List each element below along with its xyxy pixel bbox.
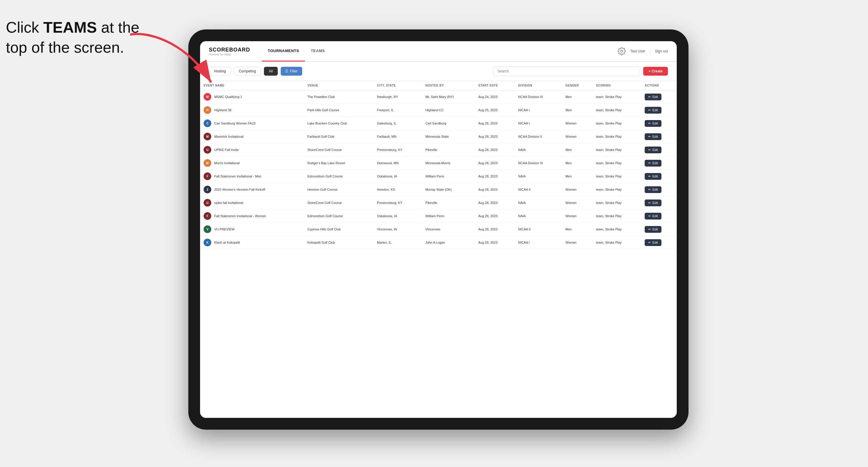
event-name: Morris Invitational — [214, 161, 240, 165]
hosted-cell: Carl Sandburg — [422, 117, 475, 130]
event-name: UPIKE Fall Invite — [214, 148, 239, 152]
actions-cell: ✏ Edit — [641, 170, 677, 183]
division-cell: NICAA I — [515, 117, 562, 130]
team-logo: M — [204, 159, 211, 167]
top-nav: SCOREBOARD Powered by Clippit TOURNAMENT… — [200, 41, 677, 62]
edit-button[interactable]: ✏ Edit — [645, 226, 661, 233]
table-row: U UPIKE Fall Invite StoneCrest Golf Cour… — [200, 143, 677, 157]
edit-button[interactable]: ✏ Edit — [645, 186, 661, 193]
edit-button[interactable]: ✏ Edit — [645, 107, 661, 114]
edit-label: Edit — [652, 95, 658, 99]
city-cell: Galesburg, IL — [373, 117, 422, 130]
date-cell: Aug 24, 2023 — [475, 90, 515, 103]
city-cell: Vincennes, IN — [373, 223, 422, 236]
team-logo: V — [204, 225, 211, 233]
team-logo: F — [204, 212, 211, 220]
edit-icon: ✏ — [648, 241, 651, 245]
event-cell: C Carl Sandburg Women FA23 — [200, 117, 304, 130]
filter-button[interactable]: ☰ Filter — [281, 67, 302, 75]
date-cell: Aug 25, 2023 — [475, 103, 515, 117]
actions-cell: ✏ Edit — [641, 210, 677, 223]
edit-icon: ✏ — [648, 214, 651, 218]
event-name: 2023 Women's Hesston Fall Kickoff — [214, 188, 265, 191]
date-cell: Aug 28, 2023 — [475, 130, 515, 143]
edit-button[interactable]: ✏ Edit — [645, 147, 661, 153]
nav-tab-tournaments[interactable]: TOURNAMENTS — [262, 41, 305, 62]
hosted-cell: William Penn — [422, 210, 475, 223]
city-cell: Deerwood, MN — [373, 157, 422, 170]
edit-button[interactable]: ✏ Edit — [645, 239, 661, 246]
table-row: U upike fall invitational StoneCrest Gol… — [200, 196, 677, 210]
team-logo: K — [204, 239, 211, 246]
division-cell: NCAA Division III — [515, 157, 562, 170]
edit-icon: ✏ — [648, 108, 651, 112]
event-name: Klash at Kokopelli — [214, 241, 240, 244]
edit-icon: ✏ — [648, 122, 651, 125]
actions-cell: ✏ Edit — [641, 130, 677, 143]
edit-label: Edit — [652, 227, 658, 231]
event-name: Fall Statesmen Invitational - Women — [214, 214, 266, 218]
venue-cell: Cypress Hills Golf Club — [304, 223, 373, 236]
event-cell: U UPIKE Fall Invite — [200, 143, 304, 157]
venue-cell: Park Hills Golf Course — [304, 103, 373, 117]
hosted-cell: Pikeville — [422, 196, 475, 210]
hosted-cell: Minnesota State — [422, 130, 475, 143]
team-logo: U — [204, 199, 211, 207]
gender-cell: Women — [562, 210, 593, 223]
actions-cell: ✏ Edit — [641, 236, 677, 249]
toolbar: Hosting Competing All ☰ Filter + Create — [200, 62, 677, 81]
edit-label: Edit — [652, 175, 658, 178]
all-filter-button[interactable]: All — [264, 67, 278, 75]
team-logo: M — [204, 133, 211, 141]
search-input[interactable] — [493, 66, 640, 76]
nav-tab-teams[interactable]: TEAMS — [305, 41, 331, 62]
edit-label: Edit — [652, 148, 658, 152]
table-row: M Morris Invitational Ruttger's Bay Lake… — [200, 157, 677, 170]
create-button[interactable]: + Create — [643, 67, 668, 75]
edit-label: Edit — [652, 214, 658, 218]
date-cell: Aug 28, 2023 — [475, 170, 515, 183]
gender-cell: Women — [562, 183, 593, 196]
table-row: H Highland 36 Park Hills Golf Course Fre… — [200, 103, 677, 117]
col-scoring: SCORING — [593, 81, 641, 90]
competing-filter-button[interactable]: Competing — [234, 67, 261, 75]
gender-cell: Women — [562, 117, 593, 130]
city-cell: Prestonsburg, KY — [373, 196, 422, 210]
gear-icon[interactable] — [618, 47, 626, 55]
edit-button[interactable]: ✏ Edit — [645, 94, 661, 100]
event-cell: V VU PREVIEW — [200, 223, 304, 236]
edit-button[interactable]: ✏ Edit — [645, 173, 661, 180]
event-name: Highland 36 — [214, 108, 231, 112]
signout-link[interactable]: Sign out — [655, 49, 668, 53]
tablet-frame: SCOREBOARD Powered by Clippit TOURNAMENT… — [188, 29, 688, 430]
gender-cell: Men — [562, 223, 593, 236]
scoring-cell: team, Stroke Play — [593, 130, 641, 143]
city-cell: Freeport, IL — [373, 103, 422, 117]
edit-button[interactable]: ✏ Edit — [645, 120, 661, 127]
edit-button[interactable]: ✏ Edit — [645, 199, 661, 206]
hosted-cell: Mt. Saint Mary (NY) — [422, 90, 475, 103]
edit-label: Edit — [652, 201, 658, 205]
division-cell: NAIA — [515, 170, 562, 183]
event-name: VU PREVIEW — [214, 227, 235, 231]
team-logo: C — [204, 120, 211, 127]
scoring-cell: team, Stroke Play — [593, 170, 641, 183]
edit-button[interactable]: ✏ Edit — [645, 160, 661, 166]
hosted-cell: William Penn — [422, 170, 475, 183]
col-venue: VENUE — [304, 81, 373, 90]
team-logo: 2 — [204, 186, 211, 193]
gender-cell: Men — [562, 103, 593, 117]
nav-right: Test User | Sign out — [618, 47, 668, 55]
edit-button[interactable]: ✏ Edit — [645, 133, 661, 140]
edit-icon: ✏ — [648, 161, 651, 165]
edit-icon: ✏ — [648, 227, 651, 231]
edit-icon: ✏ — [648, 148, 651, 152]
edit-button[interactable]: ✏ Edit — [645, 213, 661, 220]
date-cell: Aug 28, 2023 — [475, 157, 515, 170]
svg-point-1 — [621, 50, 623, 52]
user-text: Test User — [630, 49, 645, 53]
city-cell: Oskaloosa, IA — [373, 210, 422, 223]
venue-cell: StoneCrest Golf Course — [304, 143, 373, 157]
city-cell: Marion, IL — [373, 236, 422, 249]
table-row: F Fall Statesmen Invitational - Women Ed… — [200, 210, 677, 223]
